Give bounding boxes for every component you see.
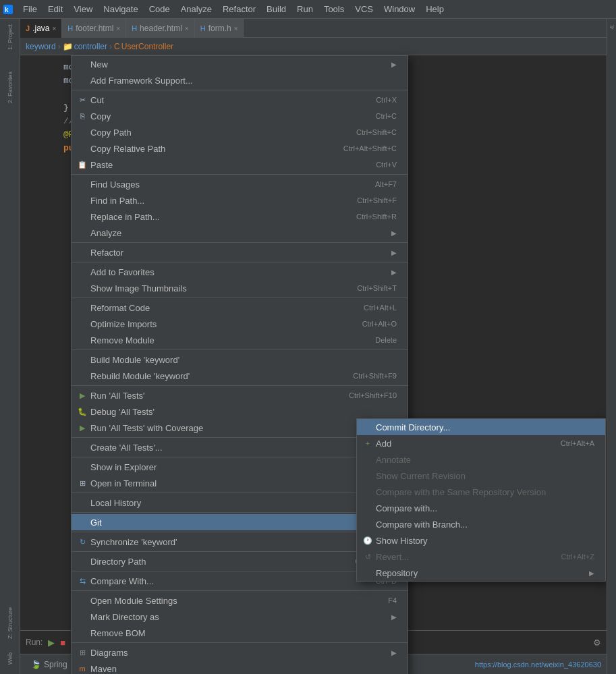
menu-item-remove-module[interactable]: Remove Module Delete <box>72 332 408 348</box>
menu-item-mark-directory[interactable]: Mark Directory as ▶ <box>72 609 408 625</box>
paste-shortcut: Ctrl+V <box>376 161 397 169</box>
git-submenu-commit[interactable]: Commit Directory... <box>357 419 605 435</box>
menu-item-show-thumbnails[interactable]: Show Image Thumbnails Ctrl+Shift+T <box>72 280 408 296</box>
app-logo: k <box>3 4 13 15</box>
spring-icon: 🍃 <box>31 660 41 669</box>
menu-item-diagrams[interactable]: ⊞ Diagrams ▶ <box>72 644 408 661</box>
menu-view[interactable]: View <box>68 0 98 19</box>
menu-file[interactable]: File <box>18 0 43 19</box>
separator-3 <box>72 242 408 243</box>
git-submenu-repository[interactable]: Repository ▶ <box>357 565 605 581</box>
bottom-tab-spring[interactable]: 🍃 Spring <box>26 658 73 671</box>
menu-item-open-module-settings[interactable]: Open Module Settings F4 <box>72 592 408 609</box>
menu-vcs[interactable]: VCS <box>349 0 379 19</box>
breadcrumb-usercontroller[interactable]: UserController <box>121 42 173 51</box>
menu-item-build-module[interactable]: Build Module 'keyword' <box>72 352 408 368</box>
synchronize-label: Synchronize 'keyword' <box>90 537 177 547</box>
run-button[interactable]: ▶ <box>48 638 55 648</box>
menu-item-cut[interactable]: ✂ Cut Ctrl+X <box>72 92 408 108</box>
menubar: k File Edit View Navigate Code Analyze R… <box>0 0 616 19</box>
menu-item-rebuild-module[interactable]: Rebuild Module 'keyword' Ctrl+Shift+F9 <box>72 368 408 384</box>
bottom-url[interactable]: https://blog.csdn.net/weixin_43620630 <box>475 661 601 669</box>
menu-item-find-in-path[interactable]: Find in Path... Ctrl+Shift+F <box>72 192 408 208</box>
menu-item-add-favorites[interactable]: Add to Favorites ▶ <box>72 264 408 280</box>
git-submenu-compare-with[interactable]: Compare with... <box>357 500 605 516</box>
menu-build[interactable]: Build <box>261 0 291 19</box>
run-stop-icon[interactable]: ■ <box>60 638 65 648</box>
breadcrumb-controller[interactable]: controller <box>74 42 107 51</box>
menu-item-new[interactable]: New ▶ <box>72 56 408 72</box>
sidebar-project-icon[interactable]: 1: Project <box>1 22 20 53</box>
build-module-label: Build Module 'keyword' <box>90 355 179 365</box>
git-submenu-annotate: Annotate <box>357 451 605 468</box>
menu-item-replace-in-path[interactable]: Replace in Path... Ctrl+Shift+R <box>72 208 408 225</box>
menu-window[interactable]: Window <box>379 0 420 19</box>
repository-arrow-icon: ▶ <box>589 569 594 577</box>
breadcrumb-keyword[interactable]: keyword <box>26 42 56 51</box>
copy-label: Copy <box>90 111 111 121</box>
tab-header-close[interactable]: × <box>185 25 189 32</box>
paste-label: Paste <box>90 160 113 170</box>
menu-run[interactable]: Run <box>291 0 318 19</box>
find-in-path-shortcut: Ctrl+Shift+F <box>357 196 397 204</box>
scissors-icon: ✂ <box>77 94 88 105</box>
menu-item-copy[interactable]: ⎘ Copy Ctrl+C <box>72 108 408 124</box>
add-shortcut: Ctrl+Alt+A <box>561 439 594 447</box>
mark-directory-label: Mark Directory as <box>90 612 159 622</box>
menu-item-refactor[interactable]: Refactor ▶ <box>72 244 408 260</box>
tab-java[interactable]: J .java × <box>20 19 62 38</box>
sidebar-favorites-icon[interactable]: 2: Favorites <box>1 69 20 106</box>
menu-item-debug-all-tests[interactable]: 🐛 Debug 'All Tests' <box>72 403 408 420</box>
add-framework-label: Add Framework Support... <box>90 76 193 86</box>
menu-item-copy-relative-path[interactable]: Copy Relative Path Ctrl+Alt+Shift+C <box>72 140 408 157</box>
rebuild-module-label: Rebuild Module 'keyword' <box>90 371 190 381</box>
compare-with-git-label: Compare with... <box>376 503 437 513</box>
sidebar-web-icon[interactable]: Web <box>1 650 20 667</box>
menu-item-remove-bom[interactable]: Remove BOM <box>72 625 408 641</box>
menu-item-maven[interactable]: m Maven <box>72 661 408 674</box>
sidebar-structure-icon[interactable]: Z: Structure <box>1 605 20 642</box>
menu-item-analyze[interactable]: Analyze ▶ <box>72 225 408 241</box>
open-module-settings-label: Open Module Settings <box>90 596 177 606</box>
menu-refactor[interactable]: Refactor <box>217 0 261 19</box>
menu-code[interactable]: Code <box>144 0 175 19</box>
open-module-settings-shortcut: F4 <box>388 596 397 605</box>
annotate-label: Annotate <box>376 455 411 465</box>
menu-item-run-all-tests[interactable]: ▶ Run 'All Tests' Ctrl+Shift+F10 <box>72 387 408 403</box>
right-sidebar-label[interactable]: 4: <box>609 24 615 30</box>
run-all-tests-shortcut: Ctrl+Shift+F10 <box>349 391 397 399</box>
tab-footer-close[interactable]: × <box>116 25 120 32</box>
html-icon-form: H <box>200 24 206 32</box>
menu-item-find-usages[interactable]: Find Usages Alt+F7 <box>72 176 408 192</box>
menu-navigate[interactable]: Navigate <box>98 0 143 19</box>
tab-java-close[interactable]: × <box>52 25 56 32</box>
editor-area: J .java × H footer.html × H header.html … <box>20 19 607 674</box>
find-in-path-label: Find in Path... <box>90 196 144 206</box>
tab-form-close[interactable]: × <box>234 25 238 32</box>
menu-tools[interactable]: Tools <box>318 0 349 19</box>
menu-item-copy-path[interactable]: Copy Path Ctrl+Shift+C <box>72 124 408 140</box>
debug-all-tests-label: Debug 'All Tests' <box>90 407 155 417</box>
right-sidebar: 4: <box>607 19 616 674</box>
gear-icon[interactable]: ⚙ <box>593 638 601 648</box>
menu-analyze[interactable]: Analyze <box>175 0 217 19</box>
tab-form[interactable]: H form.h × <box>195 19 244 38</box>
menu-edit[interactable]: Edit <box>43 0 68 19</box>
git-submenu-compare-branch[interactable]: Compare with Branch... <box>357 516 605 532</box>
menu-item-paste[interactable]: 📋 Paste Ctrl+V <box>72 157 408 173</box>
separator-6 <box>72 349 408 350</box>
local-history-label: Local History <box>90 498 141 508</box>
add-favorites-label: Add to Favorites <box>90 267 155 277</box>
menu-item-reformat[interactable]: Reformat Code Ctrl+Alt+L <box>72 300 408 316</box>
menu-item-optimize-imports[interactable]: Optimize Imports Ctrl+Alt+O <box>72 316 408 332</box>
menu-item-add-framework[interactable]: Add Framework Support... <box>72 72 408 88</box>
menu-help[interactable]: Help <box>420 0 449 19</box>
git-submenu-show-history[interactable]: 🕐 Show History <box>357 532 605 549</box>
git-submenu: Commit Directory... + Add Ctrl+Alt+A Ann… <box>356 418 606 582</box>
tab-header[interactable]: H header.html × <box>126 19 195 38</box>
revert-icon: ↺ <box>362 551 373 562</box>
tab-footer[interactable]: H footer.html × <box>62 19 126 38</box>
run-icon: ▶ <box>77 390 88 401</box>
show-history-label: Show History <box>376 536 428 546</box>
git-submenu-add[interactable]: + Add Ctrl+Alt+A <box>357 435 605 451</box>
